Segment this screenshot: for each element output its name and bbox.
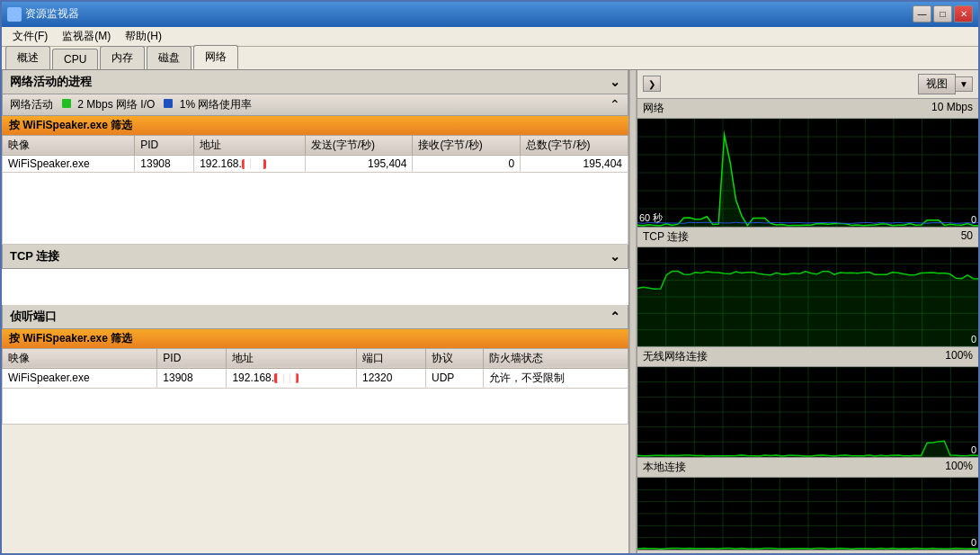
listen-ports-empty-space (2, 389, 628, 425)
lp-col-image: 映像 (3, 348, 157, 368)
tcp-chart-title: TCP 连接 (643, 229, 689, 245)
listen-ports-header-row: 映像 PID 地址 端口 协议 防火墙状态 (3, 348, 628, 368)
lp-col-firewall: 防火墙状态 (483, 348, 628, 368)
lp-cell-address: 192.168.███ (227, 368, 357, 388)
network-chart-max: 10 Mbps (931, 101, 973, 116)
blue-dot-icon (164, 99, 173, 108)
network-chart-min-label: 0 (971, 214, 976, 225)
network-activity-header-row: 映像 PID 地址 发送(字节/秒) 接收(字节/秒) 总数(字节/秒) (3, 135, 628, 155)
lp-col-port: 端口 (356, 348, 425, 368)
lp-cell-port: 12320 (356, 368, 425, 388)
network-activity-table: 映像 PID 地址 发送(字节/秒) 接收(字节/秒) 总数(字节/秒) WiF… (2, 135, 628, 173)
tcp-chart-header: TCP 连接 50 (637, 228, 978, 247)
col-recv: 接收(字节/秒) (413, 135, 521, 155)
title-controls: — □ ✕ (913, 5, 973, 22)
wireless-chart-title: 无线网络连接 (643, 349, 708, 364)
tcp-connections-chevron: ⌄ (610, 249, 620, 264)
menu-monitor[interactable]: 监视器(M) (55, 27, 118, 46)
tcp-connections-header[interactable]: TCP 连接 ⌄ (2, 245, 628, 269)
tab-network[interactable]: 网络 (193, 45, 238, 69)
menu-bar: 文件(F) 监视器(M) 帮助(H) (2, 27, 978, 47)
menu-help[interactable]: 帮助(H) (118, 27, 169, 46)
lp-cell-image: WiFiSpeaker.exe (3, 368, 157, 388)
network-io-status: 2 Mbps 网络 I/O (62, 97, 155, 112)
listen-ports-header[interactable]: 侦听端口 ⌃ (2, 305, 628, 329)
app-icon (7, 7, 22, 22)
lp-col-pid: PID (157, 348, 227, 368)
col-image: 映像 (3, 135, 135, 155)
title-bar: 资源监视器 — □ ✕ (2, 2, 978, 27)
window: 资源监视器 — □ ✕ 文件(F) 监视器(M) 帮助(H) 概述 CPU 内存… (0, 0, 980, 555)
wireless-chart: 0 (637, 367, 978, 457)
network-chart-section: 网络 10 Mbps 60 秒 0 (637, 99, 978, 228)
tcp-connections-content (2, 269, 628, 305)
network-activity-empty-space (2, 173, 628, 245)
right-panel: ❯ 视图 ▼ 网络 10 Mbps 60 秒 0 (637, 70, 978, 553)
cell-send: 195,404 (305, 155, 413, 172)
panel-divider[interactable] (629, 70, 637, 553)
network-activity-subheader[interactable]: 网络活动 2 Mbps 网络 I/O 1% 网络使用率 ⌃ (2, 94, 628, 116)
network-usage-status: 1% 网络使用率 (164, 97, 252, 112)
green-dot-icon (62, 99, 71, 108)
wireless-chart-min-label: 0 (971, 444, 976, 455)
view-dropdown-button[interactable]: ▼ (956, 76, 973, 92)
main-content: 网络活动的进程 ⌄ 网络活动 2 Mbps 网络 I/O 1% 网络使用率 ⌃ (2, 70, 978, 553)
close-button[interactable]: ✕ (954, 5, 973, 22)
tcp-chart-section: TCP 连接 50 0 (637, 228, 978, 347)
redacted-ip-listen-icon: ███ (274, 373, 298, 383)
lp-cell-pid: 13908 (157, 368, 227, 388)
cell-address: 192.168.███ (194, 155, 306, 172)
left-panel: 网络活动的进程 ⌄ 网络活动 2 Mbps 网络 I/O 1% 网络使用率 ⌃ (2, 70, 629, 553)
network-activity-subtitle: 网络活动 (10, 97, 53, 112)
table-row[interactable]: WiFiSpeaker.exe 13908 192.168.███ 12320 … (3, 368, 628, 388)
tab-overview[interactable]: 概述 (5, 46, 50, 69)
network-activity-sub-chevron: ⌃ (610, 97, 620, 112)
cell-image: WiFiSpeaker.exe (3, 155, 135, 172)
network-chart-header: 网络 10 Mbps (637, 99, 978, 119)
tab-cpu[interactable]: CPU (52, 49, 98, 69)
network-chart: 60 秒 0 (637, 119, 978, 227)
local-chart-section: 本地连接 100% 0 (637, 458, 978, 551)
tcp-chart: 0 (637, 247, 978, 346)
cell-recv: 0 (413, 155, 521, 172)
tcp-chart-min-label: 0 (971, 334, 976, 345)
right-panel-header: ❯ 视图 ▼ (637, 70, 978, 99)
col-pid: PID (135, 135, 194, 155)
window-title: 资源监视器 (25, 6, 913, 22)
wireless-chart-header: 无线网络连接 100% (637, 347, 978, 367)
tab-disk[interactable]: 磁盘 (147, 46, 192, 69)
local-chart-max: 100% (945, 460, 973, 475)
cell-pid: 13908 (135, 155, 194, 172)
tcp-connections-title: TCP 连接 (10, 248, 59, 264)
network-activity-processes-chevron: ⌄ (610, 75, 620, 89)
local-chart: 0 (637, 478, 978, 550)
network-chart-title: 网络 (643, 101, 664, 116)
maximize-button[interactable]: □ (933, 5, 952, 22)
minimize-button[interactable]: — (913, 5, 931, 22)
network-chart-time-label: 60 秒 (639, 211, 663, 225)
local-chart-min-label: 0 (971, 537, 976, 548)
tab-memory[interactable]: 内存 (100, 46, 145, 69)
menu-file[interactable]: 文件(F) (5, 27, 55, 46)
col-send: 发送(字节/秒) (305, 135, 413, 155)
network-activity-filter: 按 WiFiSpeaker.exe 筛选 (2, 116, 628, 135)
lp-col-address: 地址 (227, 348, 357, 368)
local-chart-title: 本地连接 (643, 460, 686, 475)
listen-ports-table: 映像 PID 地址 端口 协议 防火墙状态 WiFiSpeaker.exe 13… (2, 348, 628, 389)
network-activity-processes-header[interactable]: 网络活动的进程 ⌄ (2, 70, 628, 94)
network-activity-processes-title: 网络活动的进程 (10, 74, 92, 90)
tcp-chart-max: 50 (961, 229, 973, 245)
table-row[interactable]: WiFiSpeaker.exe 13908 192.168.███ 195,40… (3, 155, 628, 172)
wireless-chart-max: 100% (945, 349, 973, 364)
lp-cell-firewall: 允许，不受限制 (483, 368, 628, 388)
listen-ports-filter: 按 WiFiSpeaker.exe 筛选 (2, 329, 628, 348)
view-controls: 视图 ▼ (918, 74, 973, 94)
listen-ports-chevron: ⌃ (610, 309, 620, 324)
wireless-chart-section: 无线网络连接 100% 0 (637, 347, 978, 458)
view-label-button[interactable]: 视图 (918, 74, 956, 94)
lp-col-protocol: 协议 (426, 348, 484, 368)
cell-total: 195,404 (521, 155, 628, 172)
expand-button[interactable]: ❯ (643, 76, 661, 92)
listen-ports-title: 侦听端口 (10, 309, 57, 325)
redacted-ip-icon: ███ (242, 159, 266, 169)
